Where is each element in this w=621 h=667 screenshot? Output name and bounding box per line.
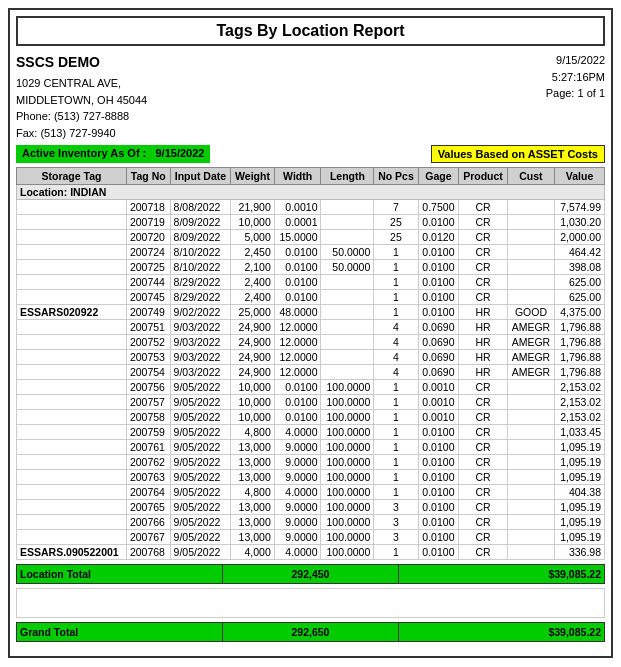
company-name: SSCS DEMO: [16, 52, 147, 73]
location-label: Location: INDIAN: [17, 185, 605, 200]
table-row: 2007198/09/202210,0000.0001250.0100CR1,0…: [17, 215, 605, 230]
grand-total-row: Grand Total 292,650 $39,085.22: [17, 623, 605, 642]
col-storage-tag: Storage Tag: [17, 168, 127, 185]
table-row: 2007579/05/202210,0000.0100100.000010.00…: [17, 395, 605, 410]
table-row: 2007208/09/20225,00015.0000250.0120CR2,0…: [17, 230, 605, 245]
table-row: 2007619/05/202213,0009.0000100.000010.01…: [17, 440, 605, 455]
table-row: 2007448/29/20222,4000.010010.0100CR625.0…: [17, 275, 605, 290]
col-cust: Cust: [507, 168, 554, 185]
col-weight: Weight: [231, 168, 274, 185]
active-inventory-date: 9/15/2022: [155, 147, 204, 159]
table-row: 2007519/03/202224,90012.000040.0690HRAME…: [17, 320, 605, 335]
address1: 1029 CENTRAL AVE,: [16, 75, 147, 92]
table-row: ESSARS0209222007499/02/202225,00048.0000…: [17, 305, 605, 320]
table-row: 2007569/05/202210,0000.0100100.000010.00…: [17, 380, 605, 395]
table-row: 2007599/05/20224,8004.0000100.000010.010…: [17, 425, 605, 440]
active-inventory-badge: Active Inventory As Of : 9/15/2022: [16, 145, 210, 163]
totals-table: Location Total 292,450 $39,085.22: [16, 564, 605, 584]
main-table: Storage Tag Tag No Input Date Weight Wid…: [16, 167, 605, 560]
grand-total-weight: 292,650: [222, 623, 398, 642]
table-row: 2007659/05/202213,0009.0000100.000030.01…: [17, 500, 605, 515]
table-row: 2007549/03/202224,90012.000040.0690HRAME…: [17, 365, 605, 380]
table-row: 2007629/05/202213,0009.0000100.000010.01…: [17, 455, 605, 470]
table-row: 2007679/05/202213,0009.0000100.000030.01…: [17, 530, 605, 545]
table-row: 2007649/05/20224,8004.0000100.000010.010…: [17, 485, 605, 500]
report-time: 5:27:16PM: [546, 69, 605, 86]
company-info: SSCS DEMO 1029 CENTRAL AVE, MIDDLETOWN, …: [16, 52, 147, 141]
table-row: 2007589/05/202210,0000.0100100.000010.00…: [17, 410, 605, 425]
location-total-value: $39,085.22: [399, 565, 605, 584]
date-info: 9/15/2022 5:27:16PM Page: 1 of 1: [546, 52, 605, 141]
report-page: Page: 1 of 1: [546, 85, 605, 102]
col-input-date: Input Date: [170, 168, 231, 185]
col-product: Product: [459, 168, 508, 185]
table-row: 2007458/29/20222,4000.010010.0100CR625.0…: [17, 290, 605, 305]
values-badge: Values Based on ASSET Costs: [431, 145, 605, 163]
location-total-weight: 292,450: [222, 565, 398, 584]
col-gage: Gage: [418, 168, 459, 185]
table-row: 2007188/08/202221,9000.001070.7500CR7,57…: [17, 200, 605, 215]
fax: Fax: (513) 727-9940: [16, 125, 147, 142]
location-total-row: Location Total 292,450 $39,085.22: [17, 565, 605, 584]
grand-total-label: Grand Total: [17, 623, 223, 642]
address2: MIDDLETOWN, OH 45044: [16, 92, 147, 109]
table-row: ESSARS.0905220012007689/05/20224,0004.00…: [17, 545, 605, 560]
report-date: 9/15/2022: [546, 52, 605, 69]
table-row: 2007248/10/20222,4500.010050.000010.0100…: [17, 245, 605, 260]
table-row: 2007639/05/202213,0009.0000100.000010.01…: [17, 470, 605, 485]
table-row: 2007539/03/202224,90012.000040.0690HRAME…: [17, 350, 605, 365]
report-title: Tags By Location Report: [16, 16, 605, 46]
grand-total-value: $39,085.22: [399, 623, 605, 642]
header-section: SSCS DEMO 1029 CENTRAL AVE, MIDDLETOWN, …: [16, 52, 605, 141]
active-inventory-label: Active Inventory As Of :: [22, 147, 146, 159]
phone: Phone: (513) 727-8888: [16, 108, 147, 125]
col-value: Value: [555, 168, 605, 185]
col-tag-no: Tag No: [126, 168, 170, 185]
col-width: Width: [274, 168, 321, 185]
col-no-pcs: No Pcs: [374, 168, 418, 185]
location-total-label: Location Total: [17, 565, 223, 584]
col-length: Length: [321, 168, 374, 185]
table-row: 2007669/05/202213,0009.0000100.000030.01…: [17, 515, 605, 530]
grand-total-table: Grand Total 292,650 $39,085.22: [16, 622, 605, 642]
table-row: 2007258/10/20222,1000.010050.000010.0100…: [17, 260, 605, 275]
location-row: Location: INDIAN: [17, 185, 605, 200]
column-header-row: Storage Tag Tag No Input Date Weight Wid…: [17, 168, 605, 185]
banner-row: Active Inventory As Of : 9/15/2022 Value…: [16, 145, 605, 163]
report-container: Tags By Location Report SSCS DEMO 1029 C…: [8, 8, 613, 658]
table-row: 2007529/03/202224,90012.000040.0690HRAME…: [17, 335, 605, 350]
